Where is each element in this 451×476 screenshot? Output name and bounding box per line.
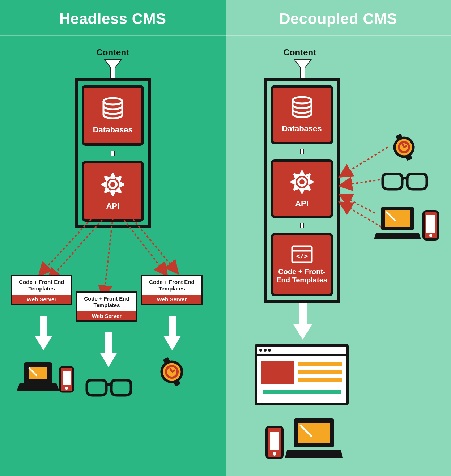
- webserver-a-bottom: Web Server: [12, 295, 71, 304]
- api-label-left: API: [104, 201, 122, 211]
- svg-rect-27: [270, 432, 279, 450]
- content-label-left: Content: [96, 47, 129, 58]
- svg-line-46: [341, 195, 375, 213]
- webserver-c-top: Code + Front End Templates: [142, 276, 201, 295]
- arrow-down-c: [163, 316, 181, 350]
- svg-point-2: [109, 181, 116, 188]
- watch-icon: [156, 357, 188, 388]
- arrow-down-a: [35, 316, 52, 350]
- decoupled-column: Decoupled CMS Content Databases: [226, 0, 451, 476]
- svg-line-47: [341, 203, 381, 227]
- svg-marker-0: [105, 60, 121, 81]
- database-icon: [101, 97, 125, 122]
- connector-right-1: [300, 149, 304, 154]
- databases-module-right: Databases: [271, 85, 333, 144]
- database-icon: [290, 96, 314, 121]
- content-block-icon: [261, 361, 294, 384]
- svg-line-3: [40, 216, 94, 275]
- templates-module-right: </> Code + Front-End Templates: [271, 233, 333, 296]
- svg-point-28: [273, 452, 276, 456]
- funnel-icon-right: [294, 60, 311, 81]
- svg-line-6: [122, 217, 166, 275]
- svg-rect-9: [27, 366, 48, 380]
- databases-label-left: Databases: [91, 125, 135, 134]
- headless-body: Content Databases API: [0, 36, 226, 476]
- webserver-box-b: Code + Front End Templates Web Server: [76, 291, 137, 322]
- browser-window-icon: [255, 344, 349, 405]
- gear-icon: [100, 172, 125, 199]
- webserver-box-c: Code + Front End Templates Web Server: [141, 275, 203, 305]
- decoupled-header: Decoupled CMS: [226, 0, 451, 36]
- backend-frame-right: Databases API </> Code + Front-End Templ…: [264, 78, 340, 303]
- phone-icon: [422, 210, 439, 241]
- webserver-box-a: Code + Front End Templates Web Server: [11, 275, 72, 305]
- svg-point-13: [65, 387, 68, 390]
- svg-rect-30: [298, 423, 330, 443]
- glasses-icon: [85, 378, 132, 400]
- backend-frame-left: Databases API: [75, 78, 151, 228]
- templates-label-right: Code + Front-End Templates: [273, 268, 331, 284]
- api-module-right: API: [271, 159, 333, 218]
- api-module-left: API: [82, 161, 144, 222]
- svg-line-44: [341, 147, 388, 176]
- svg-line-5: [104, 217, 113, 297]
- webserver-b-top: Code + Front End Templates: [77, 293, 136, 311]
- arrow-down-b: [100, 332, 117, 367]
- svg-rect-42: [426, 215, 435, 233]
- laptop-icon: [18, 361, 58, 392]
- laptop-phone-group-a: [18, 361, 74, 392]
- cta-bar-icon: [261, 389, 342, 395]
- api-label-right: API: [293, 199, 311, 208]
- svg-line-7: [130, 216, 177, 272]
- webserver-b-bottom: Web Server: [77, 311, 136, 320]
- svg-line-4: [49, 217, 105, 280]
- funnel-icon: [105, 60, 121, 81]
- phone-laptop-group-right: [265, 416, 343, 459]
- svg-marker-20: [294, 60, 311, 81]
- decoupled-body: Content Databases API: [226, 36, 451, 476]
- devices-to-api-arrows: [334, 137, 421, 246]
- text-lines-icon: [298, 361, 342, 384]
- gear-icon: [289, 169, 315, 196]
- connector-left: [111, 151, 115, 156]
- databases-label-right: Databases: [280, 124, 324, 133]
- svg-point-1: [103, 98, 122, 105]
- svg-line-45: [341, 180, 380, 186]
- databases-module-left: Databases: [82, 85, 144, 146]
- phone-icon: [265, 426, 284, 459]
- diagram-root: Headless CMS Content Databases: [0, 0, 451, 476]
- phone-icon: [59, 366, 74, 392]
- svg-text:</>: </>: [296, 252, 308, 260]
- headless-title: Headless CMS: [0, 10, 226, 27]
- content-label-right: Content: [284, 47, 316, 58]
- svg-point-43: [429, 234, 432, 237]
- arrow-down-right: [293, 303, 312, 340]
- svg-point-21: [293, 97, 311, 103]
- headless-column: Headless CMS Content Databases: [0, 0, 226, 476]
- svg-rect-12: [63, 371, 71, 385]
- headless-header: Headless CMS: [0, 0, 226, 36]
- connector-right-2: [300, 223, 304, 228]
- code-window-icon: </>: [291, 245, 313, 265]
- laptop-icon: [285, 416, 343, 459]
- webserver-c-bottom: Web Server: [142, 295, 201, 304]
- decoupled-title: Decoupled CMS: [226, 10, 451, 27]
- svg-point-22: [298, 178, 306, 186]
- webserver-a-top: Code + Front End Templates: [12, 276, 71, 295]
